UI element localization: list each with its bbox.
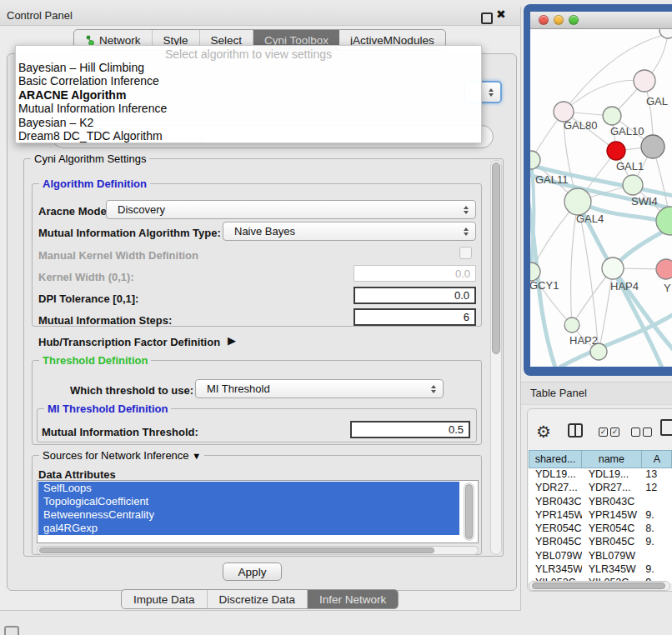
- attributes-horizontal-scrollbar[interactable]: [37, 546, 479, 555]
- table-row[interactable]: YER054C YER054C 8.: [529, 522, 672, 536]
- menu-item[interactable]: Dream8 DC_TDC Algorithm: [16, 129, 481, 142]
- node-gal1-red[interactable]: [607, 142, 625, 160]
- corner-widget-icon[interactable]: [4, 626, 19, 635]
- column-header-partial[interactable]: A: [641, 450, 672, 468]
- mi-type-combo[interactable]: Naive Bayes: [223, 222, 476, 241]
- menu-item[interactable]: Bayesian – K2: [16, 116, 481, 129]
- mi-steps-value: 6: [464, 311, 469, 323]
- select-all-icon[interactable]: ✓ ✓: [599, 428, 619, 437]
- cell: YDL19...: [529, 468, 582, 482]
- float-window-icon[interactable]: [481, 12, 493, 24]
- node-label: GAL11: [535, 173, 569, 186]
- document-icon[interactable]: [660, 419, 672, 436]
- dpi-tolerance-field[interactable]: 0.0: [354, 287, 476, 304]
- cell: 13: [642, 468, 672, 482]
- attributes-scrollbar-thumb[interactable]: [465, 484, 473, 539]
- network-view-window[interactable]: GAL GAL80 GAL10 GAL1 GAL11 SWI4 GAL4 GCY…: [524, 4, 672, 376]
- close-traffic-light[interactable]: [539, 15, 549, 25]
- network-icon: [85, 35, 95, 46]
- node-hap2[interactable]: [564, 318, 579, 332]
- manual-kernel-checkbox[interactable]: [459, 247, 472, 259]
- table-hscrollbar-thumb[interactable]: [532, 582, 665, 589]
- kernel-width-field[interactable]: 0.0: [354, 265, 476, 282]
- cell: YDR27...: [529, 482, 582, 495]
- cell: YPR145W: [582, 509, 643, 522]
- aracne-mode-value: Discovery: [118, 203, 165, 216]
- table-row[interactable]: YPR145W YPR145W 9.: [529, 509, 672, 522]
- node-top-partial[interactable]: [659, 29, 672, 38]
- tab-infer-network[interactable]: Infer Network: [308, 590, 398, 608]
- mi-steps-label: Mutual Information Steps:: [38, 314, 172, 327]
- stepper-icon: [429, 380, 439, 398]
- menu-item[interactable]: Bayesian – Hill Climbing: [16, 61, 481, 74]
- settings-vertical-scrollbar[interactable]: [490, 160, 502, 555]
- node-gal2-partial[interactable]: [634, 70, 655, 92]
- dpi-tolerance-label: DPI Tolerance [0,1]:: [38, 292, 138, 305]
- node-label: GAL80: [564, 119, 597, 132]
- which-threshold-label: Which threshold to use:: [70, 384, 193, 397]
- menu-item[interactable]: Mutual Information Inference: [16, 102, 481, 115]
- mi-threshold-group-title: MI Threshold Definition: [44, 402, 171, 415]
- attributes-vertical-scrollbar[interactable]: [464, 482, 474, 541]
- node-gal10[interactable]: [603, 107, 621, 125]
- deselect-all-icon[interactable]: [631, 428, 652, 437]
- node-swi4[interactable]: [623, 175, 643, 195]
- table-row[interactable]: YBR045C YBR045C 9.: [529, 536, 672, 549]
- column-header-name[interactable]: name: [581, 450, 641, 468]
- collapse-arrow-icon[interactable]: ▼: [192, 451, 201, 461]
- table-row[interactable]: YLR345W YLR345W 9.: [529, 563, 672, 577]
- list-item[interactable]: BetweennessCentrality: [38, 508, 459, 522]
- table-row[interactable]: YDL19... YDL19... 13: [529, 468, 672, 482]
- tab-discretize-data[interactable]: Discretize Data: [207, 590, 308, 608]
- table-row[interactable]: YDR27... YDR27... 12: [529, 482, 672, 495]
- manual-kernel-label: Manual Kernel Width Definition: [38, 249, 198, 262]
- table-row[interactable]: YBL079W YBL079W: [529, 550, 672, 563]
- list-item[interactable]: gal4RGexp: [38, 522, 459, 535]
- cell: YBL079W: [582, 550, 643, 563]
- cell: YBR045C: [582, 536, 643, 549]
- cyni-bottom-tabbar: Impute Data Discretize Data Infer Networ…: [121, 589, 399, 609]
- apply-button-label: Apply: [238, 566, 267, 578]
- network-canvas[interactable]: GAL GAL80 GAL10 GAL1 GAL11 SWI4 GAL4 GCY…: [530, 29, 672, 367]
- aracne-mode-combo[interactable]: Discovery: [106, 200, 476, 219]
- table-panel-title: Table Panel: [530, 387, 587, 399]
- cell: YER054C: [582, 522, 643, 536]
- settings-scrollbar-thumb[interactable]: [492, 162, 500, 354]
- apply-button[interactable]: Apply: [223, 562, 282, 581]
- tab-discretize-data-label: Discretize Data: [219, 593, 296, 606]
- node-gal4[interactable]: [564, 188, 591, 215]
- gear-icon[interactable]: ⚙: [536, 422, 551, 442]
- hub-expand-arrow-icon[interactable]: ▶: [228, 334, 236, 347]
- node-salmon[interactable]: [656, 259, 672, 279]
- column-layout-icon[interactable]: [568, 423, 583, 438]
- tab-impute-data[interactable]: Impute Data: [122, 590, 207, 608]
- table-horizontal-scrollbar[interactable]: [529, 581, 670, 591]
- menu-item[interactable]: Basic Correlation Inference: [16, 74, 481, 88]
- which-threshold-combo[interactable]: MI Threshold: [195, 379, 444, 398]
- mi-threshold-field[interactable]: 0.5: [350, 421, 470, 438]
- node-hap4[interactable]: [602, 258, 624, 279]
- column-header-label: shared...: [535, 453, 576, 465]
- kernel-width-value: 0.0: [455, 268, 470, 280]
- column-header-shared-name[interactable]: shared...: [529, 450, 581, 468]
- table-row[interactable]: YBR043C YBR043C: [529, 496, 672, 509]
- menu-item-selected[interactable]: ARACNE Algorithm: [16, 88, 481, 102]
- attributes-hscrollbar-thumb[interactable]: [39, 548, 434, 553]
- aracne-mode-label: Aracne Mode:: [38, 205, 110, 218]
- node-gray[interactable]: [641, 135, 664, 158]
- tab-impute-data-label: Impute Data: [133, 593, 195, 606]
- network-view-titlebar[interactable]: [530, 12, 672, 29]
- node-bright-green[interactable]: [656, 207, 672, 235]
- list-item[interactable]: TopologicalCoefficient: [38, 495, 459, 508]
- cell: YBR043C: [529, 496, 582, 509]
- minimize-traffic-light[interactable]: [554, 15, 564, 25]
- cell: YER054C: [529, 522, 582, 536]
- data-attributes-list[interactable]: SelfLoops TopologicalCoefficient Between…: [37, 480, 479, 543]
- mi-steps-field[interactable]: 6: [354, 308, 476, 326]
- list-item[interactable]: SelfLoops: [38, 482, 459, 495]
- node-label: SWI4: [631, 195, 658, 208]
- sources-title-text: Sources for Network Inference: [43, 449, 189, 462]
- zoom-traffic-light[interactable]: [569, 15, 579, 25]
- close-icon[interactable]: ✖: [496, 8, 506, 21]
- cell: YLR345W: [529, 563, 582, 577]
